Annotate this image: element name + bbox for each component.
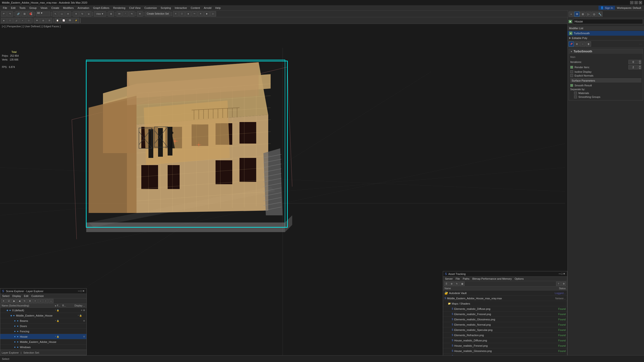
at-detail-btn[interactable]: ⊞ bbox=[449, 282, 454, 286]
list-item[interactable]: S Elements_realistic_Fresnel.png Found bbox=[443, 312, 567, 317]
modifier-hide-btn[interactable]: − bbox=[580, 41, 585, 47]
se-expand-all-btn[interactable]: ▶ bbox=[12, 299, 16, 303]
hierarchy-panel-btn[interactable]: ⊞ bbox=[580, 11, 585, 17]
table-row[interactable]: ◈ ● Middle_Eastern_Adobe_House * 🔒 bbox=[0, 313, 86, 318]
filter-dropdown[interactable]: All ▼ bbox=[36, 11, 50, 16]
link-button[interactable]: 🔗 bbox=[15, 11, 21, 16]
modifier-enable-light[interactable]: ● bbox=[569, 31, 572, 35]
wire-params-btn[interactable]: ⚡ bbox=[73, 18, 79, 23]
turbosmooth-modifier[interactable]: ● TurboSmooth bbox=[568, 31, 644, 36]
table-row[interactable]: ● ● Beams * 🔒 ⚙ bbox=[0, 318, 86, 324]
schematic-btn[interactable]: ⬡ bbox=[179, 11, 185, 16]
list-item[interactable]: S House_realistic_Glossiness.png Found bbox=[443, 348, 567, 354]
motion-panel-btn[interactable]: ▷ bbox=[586, 11, 591, 17]
se-menu-customize[interactable]: Customize bbox=[30, 294, 45, 298]
menu-interactive[interactable]: Interactive bbox=[173, 6, 189, 10]
minimize-button[interactable]: ─ bbox=[630, 1, 634, 4]
list-item[interactable]: S Elements_realistic_Specular.png Found bbox=[443, 327, 567, 333]
table-row[interactable]: ● ● Fencing bbox=[0, 329, 86, 334]
rotate-button[interactable]: ↻ bbox=[80, 11, 85, 16]
percent-snap-btn[interactable]: % bbox=[129, 11, 134, 16]
se-del-layer-btn[interactable]: − bbox=[38, 299, 43, 303]
at-menu-paths[interactable]: Paths bbox=[462, 277, 470, 280]
materials-checkbox[interactable] bbox=[574, 92, 577, 94]
menu-rendering[interactable]: Rendering bbox=[111, 6, 128, 10]
scene-explorer-content[interactable]: ◈ ● 0 (default) * 🔒 ☀ ⚙ ◈ ● Middle_Easte… bbox=[0, 308, 86, 353]
table-row[interactable]: ● ● Middle_Eastern_Adobe_House bbox=[0, 339, 86, 345]
display-panel-btn[interactable]: ◎ bbox=[592, 11, 597, 17]
list-item[interactable]: S Elements_realistic_Glossiness.png Foun… bbox=[443, 317, 567, 322]
angle-snap-btn[interactable]: ° bbox=[122, 11, 128, 16]
se-menu-display[interactable]: Display bbox=[12, 294, 22, 298]
at-list-btn[interactable]: ☰ bbox=[444, 282, 449, 286]
table-row[interactable]: ◈ ● 0 (default) * 🔒 ☀ ⚙ bbox=[0, 308, 86, 313]
dope-sheet-btn[interactable]: 🎞 bbox=[67, 18, 73, 23]
se-select-all-btn[interactable]: ☑ bbox=[6, 299, 11, 303]
vertex-btn[interactable]: • bbox=[20, 18, 26, 23]
se-maximize-btn[interactable]: □ bbox=[80, 290, 82, 293]
render-iters-checkbox[interactable] bbox=[570, 66, 573, 69]
sign-in-button[interactable]: 👤 Sign In bbox=[598, 6, 615, 10]
menu-customize[interactable]: Customize bbox=[142, 6, 159, 10]
iterations-down[interactable]: ▼ bbox=[638, 62, 641, 64]
move-button[interactable]: ✛ bbox=[73, 11, 79, 16]
maximize-button[interactable]: □ bbox=[634, 1, 638, 4]
se-menu-select[interactable]: Select bbox=[1, 294, 10, 298]
smooth-result-checkbox[interactable] bbox=[570, 84, 573, 87]
menu-file[interactable]: File bbox=[1, 6, 9, 10]
render-iters-down[interactable]: ▼ bbox=[638, 67, 641, 69]
track-view-btn[interactable]: 📈 bbox=[61, 18, 66, 23]
menu-content[interactable]: Content bbox=[189, 6, 202, 10]
at-refresh-btn[interactable]: ↻ bbox=[454, 282, 459, 286]
list-item[interactable]: 🔐 Autodesk Vault Logged... bbox=[443, 291, 567, 296]
menu-group[interactable]: Group bbox=[27, 6, 38, 10]
render-iters-input[interactable] bbox=[628, 65, 638, 69]
mirror-btn[interactable]: M bbox=[137, 11, 143, 16]
list-item[interactable]: 📁 Maps / Shaders bbox=[443, 301, 567, 306]
table-row[interactable]: ● ● House * 🔒 ⚙ bbox=[0, 334, 86, 339]
se-move-up-btn[interactable]: ↑ bbox=[43, 299, 48, 303]
create-panel-btn[interactable]: + bbox=[568, 11, 574, 17]
3d-snap-btn[interactable]: 3D bbox=[116, 11, 122, 16]
se-close-btn[interactable]: ✕ bbox=[82, 290, 84, 293]
object-color-swatch[interactable]: ■ bbox=[568, 20, 572, 23]
iterations-input[interactable]: 0 bbox=[628, 60, 638, 64]
menu-edit[interactable]: Edit bbox=[9, 6, 18, 10]
modify-panel-btn[interactable]: ⌘ bbox=[574, 11, 580, 17]
at-menu-file[interactable]: File bbox=[454, 277, 461, 280]
face-btn[interactable]: □ bbox=[7, 18, 13, 23]
display-props-btn[interactable]: ⊡ bbox=[46, 18, 52, 23]
at-menu-bitmap-perf[interactable]: Bitmap Performance and Memory bbox=[471, 277, 512, 280]
at-settings-btn[interactable]: ⚙ bbox=[561, 282, 566, 286]
list-item[interactable]: S Elements_realistic_Normal.png Found bbox=[443, 322, 567, 327]
modifier-show-btn[interactable]: ⊞ bbox=[574, 41, 580, 47]
view-dropdown[interactable]: View ▼ bbox=[94, 11, 106, 16]
turbosmooth-header[interactable]: ▼ TurboSmooth bbox=[569, 49, 643, 54]
list-item[interactable]: S House_realistic_Diffuse.png Found bbox=[443, 338, 567, 343]
render-iters-up[interactable]: ▲ bbox=[638, 65, 641, 67]
menu-help[interactable]: Help bbox=[214, 6, 223, 10]
se-minimize-btn[interactable]: ─ bbox=[78, 290, 80, 293]
render-btn[interactable]: ▶ bbox=[204, 11, 210, 16]
list-item[interactable]: S Elements_Refraction.png Found bbox=[443, 333, 567, 338]
list-item[interactable]: S House_realistic_Fresnel.png Found bbox=[443, 343, 567, 348]
close-button[interactable]: ✕ bbox=[639, 1, 642, 4]
se-sync-btn[interactable]: ↻ bbox=[22, 299, 27, 303]
render-setup-btn[interactable]: ☀ bbox=[198, 11, 204, 16]
curves-btn[interactable]: 〜 bbox=[192, 11, 197, 16]
list-item[interactable]: S Elements_realistic_Diffuse.png Found bbox=[443, 306, 567, 312]
menu-tools[interactable]: Tools bbox=[18, 6, 28, 10]
asset-tracking-content[interactable]: 🔐 Autodesk Vault Logged... S Middle_East… bbox=[443, 291, 567, 357]
se-filter-btn[interactable]: ✕ bbox=[1, 299, 6, 303]
at-grid-btn[interactable]: ▦ bbox=[460, 282, 464, 286]
redo-button[interactable]: ↷ bbox=[7, 11, 13, 16]
named-sel-btn[interactable]: ≡ bbox=[173, 11, 179, 16]
at-minimize-btn[interactable]: ─ bbox=[559, 272, 561, 275]
object-name-input[interactable] bbox=[573, 19, 643, 24]
pivot-button[interactable]: ⊕ bbox=[108, 11, 114, 16]
select-name-button[interactable]: H bbox=[65, 11, 71, 16]
menu-civil-view[interactable]: Civil View bbox=[127, 6, 142, 10]
bind-button[interactable]: 🧲 bbox=[28, 11, 34, 16]
obj-prop-btn[interactable]: 📋 bbox=[54, 18, 60, 23]
menu-views[interactable]: Views bbox=[38, 6, 49, 10]
